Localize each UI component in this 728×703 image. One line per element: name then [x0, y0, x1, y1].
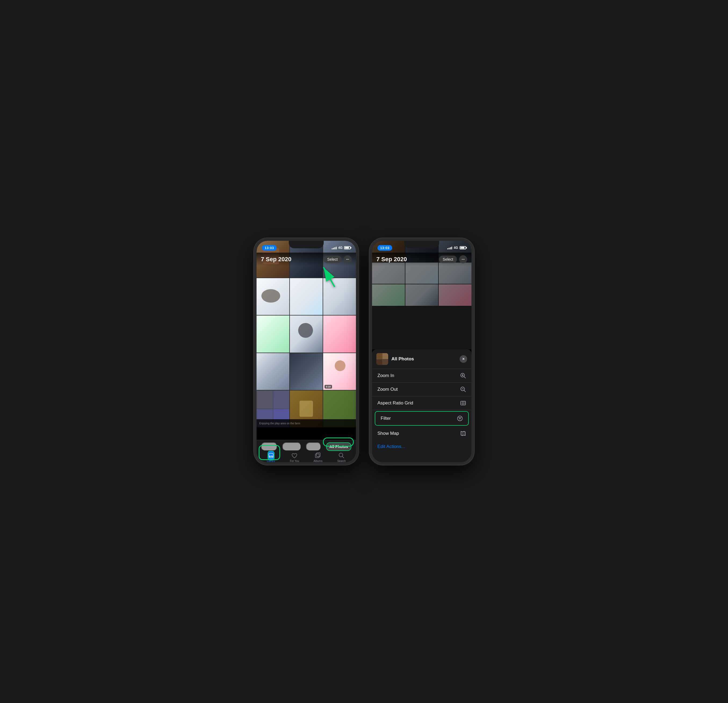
- menu-close-button[interactable]: ✕: [459, 355, 467, 363]
- aspect-ratio-icon: [460, 400, 466, 406]
- network-label-1: 4G: [338, 246, 342, 250]
- menu-item-show-map[interactable]: Show Map: [372, 427, 471, 440]
- phone-1-screen: 13:03 4G: [257, 241, 356, 462]
- tab-label-search: Search: [337, 460, 346, 462]
- svg-rect-5: [316, 453, 320, 457]
- grid-cell-9[interactable]: [323, 315, 356, 352]
- photos-header-2: 7 Sep 2020 Select ···: [372, 253, 471, 266]
- photo-object-4: [261, 289, 280, 302]
- signal-bar-3: [334, 247, 335, 249]
- photos-header-1: 7 Sep 2020 Select ···: [257, 253, 356, 266]
- header-actions-2: Select ···: [439, 255, 467, 263]
- context-menu[interactable]: All Photos ✕ Zoom In: [372, 349, 471, 462]
- filter-label: Filter: [381, 416, 391, 421]
- menu-edit-actions: Edit Actions...: [372, 440, 471, 453]
- battery-fill-2: [461, 247, 464, 249]
- photo-object-8: [298, 323, 313, 338]
- network-label-2: 4G: [454, 246, 458, 250]
- menu-header: All Photos ✕: [372, 349, 471, 369]
- status-icons-2: 4G: [447, 246, 466, 250]
- svg-rect-2: [269, 453, 273, 458]
- select-button-1[interactable]: Select: [324, 256, 341, 263]
- menu-item-filter[interactable]: Filter: [375, 412, 468, 425]
- tab-search[interactable]: Search: [330, 452, 354, 462]
- status-icons-1: 4G: [332, 246, 351, 250]
- header-actions-1: Select ···: [324, 255, 352, 263]
- grid-cell-8[interactable]: [290, 315, 323, 352]
- video-badge-1: 0:10: [325, 385, 332, 389]
- filter-highlight-box: Filter: [375, 411, 469, 426]
- status-time-1: 13:03: [262, 245, 277, 251]
- zoom-in-icon: [460, 373, 466, 379]
- grid-cell-5[interactable]: [290, 278, 323, 315]
- phone-2: 13:03 4G: [369, 238, 474, 465]
- signal-bars-1: [332, 246, 337, 249]
- svg-rect-4: [315, 454, 319, 458]
- header-date-2: 7 Sep 2020: [376, 256, 407, 263]
- battery-2: [459, 246, 466, 249]
- grid-cell-12[interactable]: 0:10: [323, 353, 356, 390]
- phone-2-screen: 13:03 4G: [372, 241, 471, 462]
- grid-cell-6[interactable]: [323, 278, 356, 315]
- zoom-in-label: Zoom In: [377, 373, 394, 378]
- tab-label-albums: Albums: [313, 460, 322, 462]
- menu-title: All Photos: [391, 356, 456, 362]
- status-bar-1: 13:03 4G: [257, 241, 356, 253]
- tab-label-library: Library: [267, 460, 275, 462]
- battery-fill-1: [345, 247, 349, 249]
- svg-point-6: [339, 453, 343, 457]
- photo-object-12: [335, 360, 345, 371]
- close-icon: ✕: [462, 357, 465, 361]
- tab-library[interactable]: Library: [259, 452, 283, 462]
- tab-label-for-you: For You: [290, 460, 299, 462]
- caption-bar-1: Enjoying the play area on the farm: [257, 419, 356, 427]
- photo-grid-1[interactable]: 0:10: [257, 241, 356, 427]
- tab-bar-1: Years Months Days All Photos: [257, 440, 356, 462]
- status-time-2: 13:03: [377, 245, 392, 251]
- signal-bar-2-1: [447, 248, 448, 249]
- svg-line-7: [342, 457, 344, 458]
- aspect-ratio-label: Aspect Ratio Grid: [377, 401, 413, 406]
- zoom-out-label: Zoom Out: [377, 387, 398, 392]
- status-bar-2: 13:03 4G: [372, 241, 471, 253]
- thumb-2: [383, 353, 389, 359]
- all-photos-button[interactable]: All Photos: [326, 442, 351, 451]
- menu-item-aspect-ratio[interactable]: Aspect Ratio Grid: [372, 396, 471, 410]
- signal-bar-2-4: [451, 247, 452, 249]
- library-icon-box: [267, 451, 274, 460]
- svg-point-3: [269, 456, 270, 457]
- library-icon: [267, 452, 274, 459]
- more-button-2[interactable]: ···: [459, 255, 467, 263]
- grid-cell-10[interactable]: [257, 353, 289, 390]
- show-map-icon: [460, 431, 466, 437]
- grid-cell-4[interactable]: [257, 278, 289, 315]
- phone-1: 13:03 4G: [254, 238, 359, 465]
- bg-cell-8: [405, 284, 438, 305]
- grid-cell-7[interactable]: [257, 315, 289, 352]
- grid-cell-11[interactable]: [290, 353, 323, 390]
- select-button-2[interactable]: Select: [439, 256, 457, 263]
- battery-1: [344, 246, 351, 249]
- menu-item-zoom-out[interactable]: Zoom Out: [372, 383, 471, 396]
- signal-bar-2-2: [449, 248, 449, 249]
- edit-actions-link[interactable]: Edit Actions...: [377, 444, 405, 449]
- signal-bars-2: [447, 246, 452, 249]
- svg-line-9: [464, 377, 466, 378]
- thumb-4: [383, 359, 389, 365]
- more-button-1[interactable]: ···: [344, 255, 352, 263]
- photo-obj-14: [299, 401, 313, 417]
- years-button[interactable]: Years: [261, 442, 277, 451]
- tabs-row-1: Library For You: [257, 452, 356, 462]
- menu-item-zoom-in[interactable]: Zoom In: [372, 369, 471, 383]
- tab-albums[interactable]: Albums: [306, 452, 330, 462]
- bg-cell-7: [372, 284, 405, 305]
- thumb-1: [376, 353, 382, 359]
- menu-items-list: Zoom In Zoom Out: [372, 369, 471, 440]
- signal-bar-2: [333, 248, 334, 249]
- grid-mini-2: [273, 391, 290, 409]
- tab-for-you[interactable]: For You: [283, 452, 306, 462]
- months-button[interactable]: Months: [282, 442, 301, 451]
- bg-cell-9: [439, 284, 471, 305]
- filter-icon: [457, 415, 463, 421]
- days-button[interactable]: Days: [306, 442, 321, 451]
